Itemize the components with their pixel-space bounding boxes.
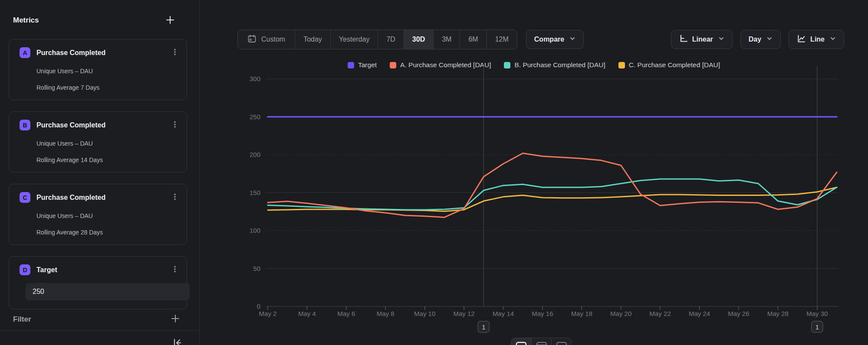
x-axis-label: May 30 bbox=[806, 310, 828, 317]
x-axis-label: May 20 bbox=[610, 310, 631, 317]
table-view-icon bbox=[536, 342, 547, 345]
view-toggle-group bbox=[511, 338, 572, 345]
line-chart[interactable]: 050100150200250300May 2May 4May 6May 8Ma… bbox=[0, 0, 868, 345]
card-view-icon bbox=[516, 342, 527, 345]
annotation-badge-label: 1 bbox=[815, 324, 819, 331]
x-axis-label: May 16 bbox=[532, 310, 553, 317]
x-axis-label: May 18 bbox=[571, 310, 592, 317]
x-axis-label: May 2 bbox=[259, 310, 277, 317]
y-axis-label: 100 bbox=[250, 227, 260, 234]
blank-view-toggle[interactable] bbox=[551, 338, 571, 345]
x-axis-label: May 10 bbox=[414, 310, 435, 317]
x-axis-label: May 22 bbox=[650, 310, 671, 317]
x-axis-label: May 12 bbox=[453, 310, 474, 317]
x-axis-label: May 24 bbox=[689, 310, 710, 317]
annotation-badge-label: 1 bbox=[482, 324, 485, 331]
y-axis-label: 150 bbox=[250, 189, 260, 196]
y-axis-label: 200 bbox=[250, 151, 260, 158]
x-axis-label: May 8 bbox=[377, 310, 395, 317]
y-axis-label: 250 bbox=[250, 113, 260, 120]
x-axis-label: May 6 bbox=[337, 310, 355, 317]
chart-view-toggle[interactable] bbox=[511, 338, 531, 345]
series-line-C. Purchase Completed [DAU] bbox=[268, 187, 837, 211]
table-view-toggle[interactable] bbox=[531, 338, 551, 345]
x-axis-label: May 28 bbox=[767, 310, 789, 317]
y-axis-label: 300 bbox=[250, 75, 260, 82]
x-axis-label: May 14 bbox=[493, 310, 514, 317]
series-line-B. Purchase Completed [DAU] bbox=[268, 179, 837, 210]
y-axis-label: 0 bbox=[257, 303, 260, 310]
x-axis-label: May 4 bbox=[298, 310, 316, 317]
panel-view-icon bbox=[556, 342, 567, 345]
dashboard: Metrics A Purchase Completed Unique User… bbox=[0, 0, 868, 345]
x-axis-label: May 26 bbox=[728, 310, 749, 317]
y-axis-label: 50 bbox=[253, 265, 260, 272]
series-line-A. Purchase Completed [DAU] bbox=[268, 153, 837, 218]
